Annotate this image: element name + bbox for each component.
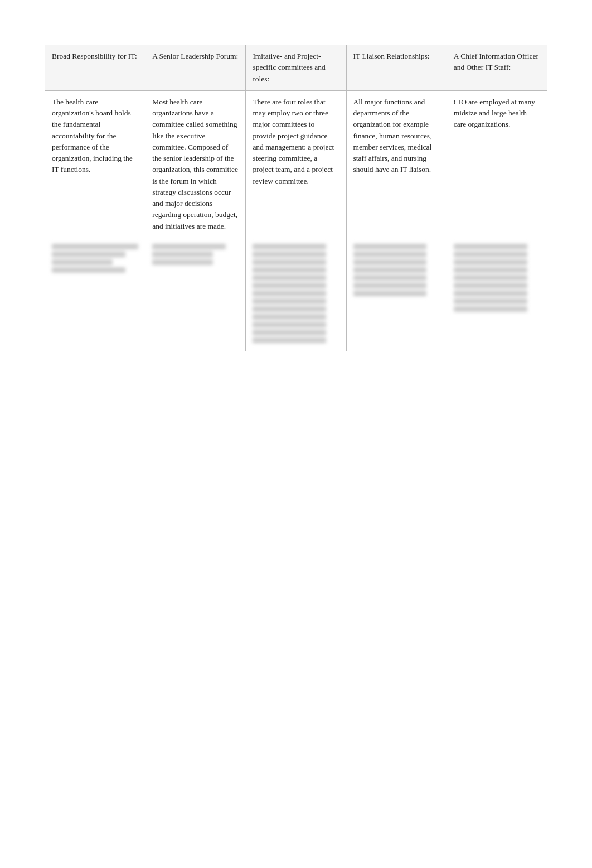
column-body-2: There are four roles that may employ two… [246,90,346,238]
column-body-1: Most health care organizations have a co… [145,90,246,238]
column-header-0: Broad Responsibility for IT: [45,45,145,91]
column-blurred-4 [447,238,547,351]
column-blurred-2 [246,238,346,351]
column-blurred-0 [45,238,145,351]
column-header-2: Imitative- and Project-specific committe… [246,45,346,91]
column-body-4: CIO are employed at many midsize and lar… [447,90,547,238]
column-header-4: A Chief Information Officer and Other IT… [447,45,547,91]
column-body-3: All major functions and departments of t… [346,90,447,238]
column-body-0: The health care organization's board hol… [45,90,145,238]
column-blurred-1 [145,238,246,351]
column-header-3: IT Liaison Relationships: [346,45,447,91]
column-blurred-3 [346,238,447,351]
main-table: Broad Responsibility for IT:A Senior Lea… [45,45,547,351]
column-header-1: A Senior Leadership Forum: [145,45,246,91]
